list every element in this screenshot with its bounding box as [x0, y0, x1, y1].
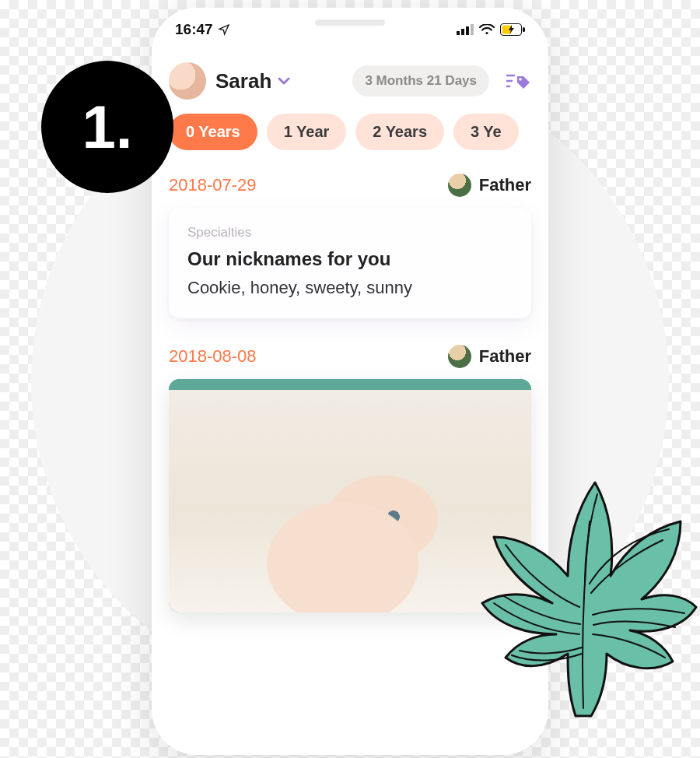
entry-date: 2018-07-29 — [169, 175, 257, 195]
child-name: Sarah — [215, 69, 271, 93]
profile-row: Sarah 3 Months 21 Days — [169, 51, 531, 114]
author-avatar — [448, 174, 471, 197]
card-body: Cookie, honey, sweety, sunny — [187, 278, 513, 298]
age-pill[interactable]: 3 Months 21 Days — [352, 65, 489, 97]
filter-tag-icon — [506, 72, 531, 90]
photo-accent-bar — [169, 379, 531, 390]
step-number: 1. — [82, 92, 132, 163]
leaf-illustration — [451, 459, 700, 724]
phone-notch — [261, 8, 439, 37]
entry-date: 2018-08-08 — [169, 346, 257, 367]
author-name: Father — [479, 346, 531, 367]
year-tab-2[interactable]: 2 Years — [355, 114, 444, 150]
filter-tag-button[interactable] — [506, 72, 531, 90]
timeline-entry: 2018-07-29 Father Specialties Our nickna… — [169, 174, 531, 318]
svg-rect-0 — [457, 31, 460, 35]
svg-rect-6 — [523, 27, 525, 32]
step-badge: 1. — [41, 61, 173, 193]
cellular-icon — [457, 24, 474, 35]
card-title: Our nicknames for you — [187, 248, 513, 270]
child-avatar[interactable] — [169, 62, 206, 100]
svg-rect-2 — [466, 26, 469, 35]
year-tabs: 0 Years 1 Year 2 Years 3 Ye — [169, 114, 531, 174]
svg-point-4 — [485, 32, 488, 34]
wifi-icon — [479, 24, 495, 35]
entry-author: Father — [448, 345, 531, 368]
author-name: Father — [479, 175, 531, 195]
battery-charging-icon — [500, 23, 525, 36]
status-time: 16:47 — [175, 21, 213, 38]
year-tab-1[interactable]: 1 Year — [267, 114, 347, 150]
location-arrow-icon — [218, 23, 230, 36]
svg-point-11 — [519, 78, 522, 81]
svg-rect-1 — [461, 29, 464, 35]
entry-card[interactable]: Specialties Our nicknames for you Cookie… — [169, 208, 531, 318]
svg-rect-3 — [471, 24, 474, 35]
year-tab-3[interactable]: 3 Ye — [453, 114, 519, 150]
card-category: Specialties — [187, 225, 513, 240]
author-avatar — [448, 345, 471, 368]
year-tab-0[interactable]: 0 Years — [169, 114, 257, 150]
entry-author: Father — [448, 174, 531, 197]
child-selector[interactable]: Sarah — [215, 69, 290, 93]
chevron-down-icon — [278, 76, 290, 86]
